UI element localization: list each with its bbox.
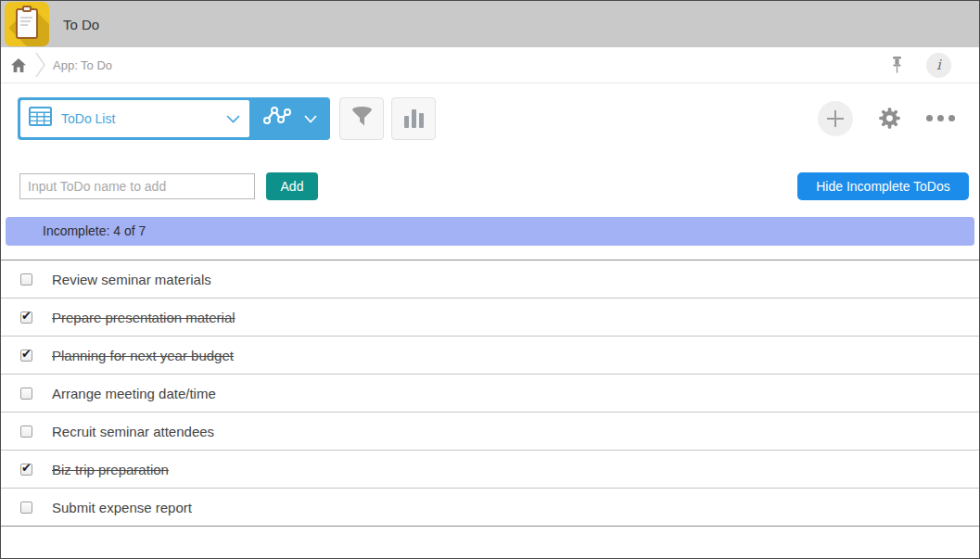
footer-space [1,527,979,558]
unchecked-checkbox-icon[interactable] [20,502,32,514]
page-title: To Do [63,17,99,32]
status-banner: Incomplete: 4 of 7 [6,217,974,246]
line-chart-icon [262,105,292,133]
ellipsis-icon[interactable] [926,115,955,121]
todo-row: Submit expense report [1,489,979,527]
chevron-down-icon [304,110,317,127]
clipboard-icon [16,8,38,39]
add-record-icon[interactable] [818,101,853,136]
chevron-right-icon [35,52,45,78]
filter-button[interactable] [339,97,384,140]
chart-view-dropdown[interactable] [249,97,330,140]
todo-label: Submit expense report [52,500,192,515]
unchecked-checkbox-icon[interactable] [20,273,32,286]
unchecked-checkbox-icon[interactable] [20,387,32,400]
todo-row: Planning for next year budget [1,337,979,375]
clipboard-clip [22,6,32,12]
unchecked-checkbox-icon[interactable] [20,426,32,438]
todo-label: Arrange meeting date/time [52,386,216,401]
breadcrumb-app-link[interactable]: App: To Do [53,58,112,72]
todo-name-input[interactable] [19,173,255,199]
todo-label: Recruit seminar attendees [52,424,214,439]
todo-row: Prepare presentation material [1,299,979,337]
gear-icon[interactable] [877,106,902,131]
todo-row: Biz trip preparation [1,451,979,489]
todo-label: Planning for next year budget [52,348,234,363]
todo-label: Biz trip preparation [52,462,169,477]
todo-label: Review seminar materials [52,272,211,287]
app-window: To Do App: To Do i [0,0,980,559]
table-icon [29,107,52,130]
todo-row: Arrange meeting date/time [1,375,979,413]
graph-button[interactable] [391,97,436,140]
todo-label: Prepare presentation material [52,310,235,325]
breadcrumb-actions: i [890,53,979,78]
breadcrumb: App: To Do i [1,47,979,83]
checked-checkbox-icon[interactable] [20,311,32,324]
app-header: To Do [1,1,979,47]
pin-icon[interactable] [890,56,904,74]
view-toolbar: ToDo List [1,83,979,153]
status-banner-text: Incomplete: 4 of 7 [43,223,146,238]
checked-checkbox-icon[interactable] [20,464,32,476]
bar-chart-icon [404,109,424,128]
view-selector-current[interactable]: ToDo List [20,100,249,137]
todo-row: Recruit seminar attendees [1,413,979,451]
funnel-icon [350,106,375,131]
info-icon[interactable]: i [926,53,951,78]
hide-incomplete-button[interactable]: Hide Incomplete ToDos [797,172,969,200]
view-selector[interactable]: ToDo List [18,97,330,140]
todo-row: Review seminar materials [1,260,979,299]
add-button[interactable]: Add [266,172,318,200]
todo-list: Review seminar materialsPrepare presenta… [1,260,979,527]
clipboard-app-icon [5,2,49,46]
view-selector-label: ToDo List [61,111,217,126]
chevron-down-icon [226,110,240,127]
toolbar-actions [818,101,979,136]
home-icon[interactable] [10,57,27,73]
checked-checkbox-icon[interactable] [20,349,32,362]
add-todo-bar: Add Hide Incomplete ToDos [1,153,979,200]
